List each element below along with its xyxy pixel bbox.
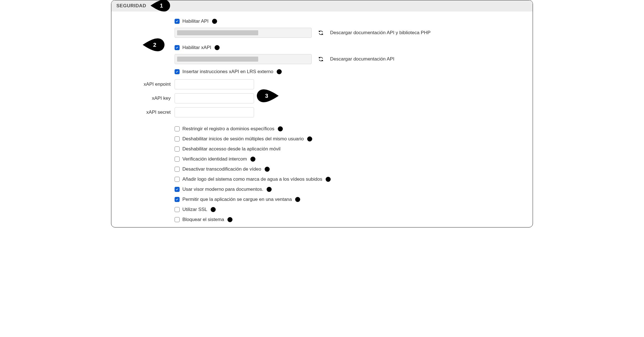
label-modern-viewer: Usar visor moderno para documentos. xyxy=(182,187,263,192)
checkbox-enable-xapi[interactable] xyxy=(175,45,180,50)
label-xapi-endpoint: xAPI enpoint xyxy=(117,82,175,87)
row-enable-api: Habilitar API xyxy=(117,17,527,26)
download-api-docs-link[interactable]: Descargar documentación API y biblioteca… xyxy=(330,30,431,36)
row-restrict-domains: Restringir el registro a dominios especí… xyxy=(117,124,527,134)
row-modern-viewer: Usar visor moderno para documentos. xyxy=(117,185,527,194)
label-enable-xapi: Habilitar xAPI xyxy=(182,45,211,50)
info-icon[interactable] xyxy=(325,176,331,182)
info-icon[interactable] xyxy=(211,18,218,24)
label-enable-api: Habilitar API xyxy=(182,18,209,24)
checkbox-disable-multi-login[interactable] xyxy=(175,136,180,141)
row-use-ssl: Utilizar SSL xyxy=(117,205,527,214)
label-use-ssl: Utilizar SSL xyxy=(182,207,207,212)
info-icon[interactable] xyxy=(250,156,256,162)
row-watermark: Añadir logo del sistema como marca de ag… xyxy=(117,175,527,184)
api-key-field[interactable] xyxy=(175,28,312,38)
checkbox-intercom-verify[interactable] xyxy=(175,157,180,162)
info-icon[interactable] xyxy=(277,126,283,132)
checkbox-restrict-domains[interactable] xyxy=(175,126,180,131)
info-icon[interactable] xyxy=(264,166,270,172)
download-xapi-docs-link[interactable]: Descargar documentación API xyxy=(330,56,394,62)
label-intercom-verify: Verificación identidad intercom xyxy=(182,156,247,162)
checkbox-modern-viewer[interactable] xyxy=(175,187,180,192)
checkbox-push-lrs[interactable] xyxy=(175,69,180,74)
row-intercom-verify: Verificación identidad intercom xyxy=(117,154,527,164)
row-lock-system: Bloquear el sistema xyxy=(117,215,527,224)
label-disable-mobile: Deshabilitar accesso desde la aplicación… xyxy=(182,146,281,152)
input-xapi-endpoint[interactable] xyxy=(175,79,254,89)
checkbox-watermark[interactable] xyxy=(175,177,180,182)
info-icon[interactable] xyxy=(210,206,216,213)
masked-value xyxy=(177,57,258,62)
input-xapi-key[interactable] xyxy=(175,93,254,103)
checkbox-enable-api[interactable] xyxy=(175,19,180,24)
row-api-key: Descargar documentación API y biblioteca… xyxy=(117,28,527,38)
label-iframe-window: Permitir que la aplicación se cargue en … xyxy=(182,197,292,202)
row-push-lrs: Insertar instrucciones xAPI en LRS exter… xyxy=(117,67,527,76)
label-disable-multi-login: Deshabilitar inicios de sesión múltiples… xyxy=(182,136,304,142)
section-header: SEGURIDAD xyxy=(111,0,533,11)
security-settings-panel: SEGURIDAD 1 Habilitar API xyxy=(111,0,533,227)
row-disable-multi-login: Deshabilitar inicios de sesión múltiples… xyxy=(117,134,527,144)
info-icon[interactable] xyxy=(276,69,282,75)
input-xapi-secret[interactable] xyxy=(175,107,254,117)
row-disable-mobile: Deshabilitar accesso desde la aplicación… xyxy=(117,144,527,154)
label-push-lrs: Insertar instrucciones xAPI en LRS exter… xyxy=(182,69,273,75)
row-disable-transcode: Desactivar transcodificación de vídeo xyxy=(117,164,527,174)
refresh-icon[interactable] xyxy=(318,56,324,62)
section-content: 1 Habilitar API xyxy=(111,11,533,224)
row-xapi-endpoint: xAPI enpoint xyxy=(117,79,527,89)
label-restrict-domains: Restringir el registro a dominios especí… xyxy=(182,126,274,132)
label-xapi-secret: xAPI secret xyxy=(117,110,175,115)
info-icon[interactable] xyxy=(295,196,301,203)
label-watermark: Añadir logo del sistema como marca de ag… xyxy=(182,176,322,182)
masked-value xyxy=(177,30,258,35)
info-icon[interactable] xyxy=(214,45,220,51)
checkbox-disable-transcode[interactable] xyxy=(175,167,180,172)
row-enable-xapi: Habilitar xAPI xyxy=(117,43,527,52)
refresh-icon[interactable] xyxy=(318,30,324,36)
info-icon[interactable] xyxy=(227,217,233,223)
checkbox-disable-mobile[interactable] xyxy=(175,147,180,152)
checkbox-lock-system[interactable] xyxy=(175,217,180,222)
row-xapi-secret: xAPI secret xyxy=(117,107,527,117)
checkbox-iframe-window[interactable] xyxy=(175,197,180,202)
label-lock-system: Bloquear el sistema xyxy=(182,217,224,222)
section-title: SEGURIDAD xyxy=(116,3,146,8)
row-xapi-key-box: Descargar documentación API xyxy=(117,54,527,64)
xapi-key-field[interactable] xyxy=(175,54,312,64)
label-disable-transcode: Desactivar transcodificación de vídeo xyxy=(182,166,261,172)
info-icon[interactable] xyxy=(266,186,272,192)
info-icon[interactable] xyxy=(307,136,313,142)
label-xapi-key: xAPI key xyxy=(117,96,175,101)
row-iframe-window: Permitir que la aplicación se cargue en … xyxy=(117,195,527,204)
row-xapi-key: xAPI key xyxy=(117,93,527,103)
checkbox-use-ssl[interactable] xyxy=(175,207,180,212)
